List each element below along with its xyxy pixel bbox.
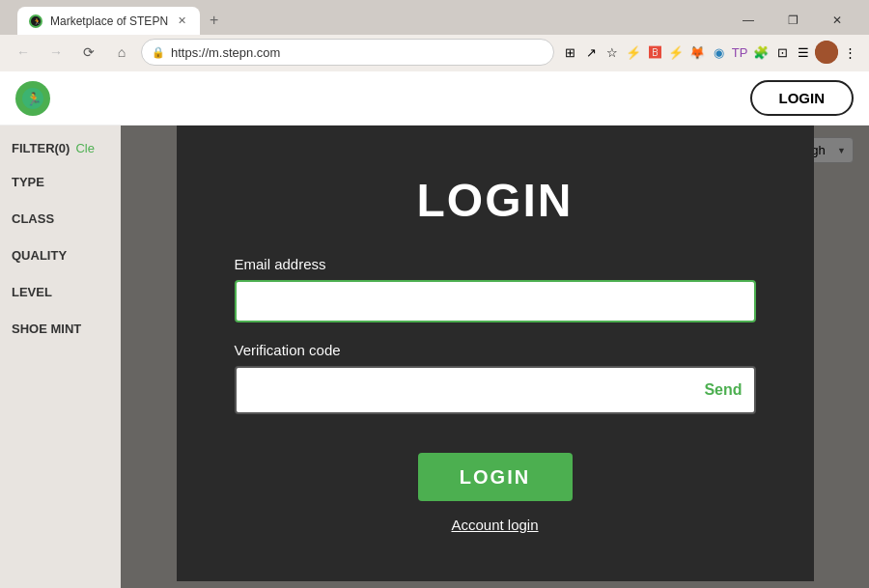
- new-tab-button[interactable]: +: [200, 6, 228, 35]
- svg-point-2: [815, 41, 838, 64]
- tab-close-btn[interactable]: ✕: [176, 13, 188, 29]
- verification-input[interactable]: [235, 366, 756, 414]
- translate-icon[interactable]: ⊞: [560, 42, 579, 62]
- menu-icon[interactable]: ⋮: [840, 42, 859, 62]
- security-lock-icon: 🔒: [152, 46, 165, 59]
- level-label: LEVEL: [12, 285, 52, 299]
- email-input[interactable]: [235, 280, 756, 322]
- sidebar-section-level[interactable]: LEVEL: [12, 283, 109, 300]
- sidebar-section-type[interactable]: TYPE: [12, 173, 109, 190]
- minimize-button[interactable]: —: [726, 6, 771, 35]
- share-icon[interactable]: ↗: [581, 42, 601, 62]
- verification-row: Send: [235, 366, 756, 414]
- email-label: Email address: [235, 256, 756, 272]
- send-code-button[interactable]: Send: [704, 381, 742, 399]
- ext7-icon[interactable]: 🧩: [751, 42, 771, 62]
- bookmark-icon[interactable]: ☆: [603, 42, 622, 62]
- content-area: Low to High High to Low Newest Oldest LO…: [121, 126, 869, 588]
- ext3-icon[interactable]: ⚡: [666, 42, 686, 62]
- sidebar-section-shoe-mint[interactable]: SHOE MINT: [12, 320, 109, 337]
- sidebar-section-quality[interactable]: QUALITY: [12, 246, 109, 264]
- extensions-area: ⊞ ↗ ☆ ⚡ 🅱 ⚡ 🦊 ◉ TP 🧩 ⊡ ☰ ⋮: [560, 41, 859, 64]
- ext4-icon[interactable]: 🦊: [687, 42, 707, 62]
- profile-icon[interactable]: [815, 41, 838, 64]
- modal-title: LOGIN: [417, 174, 574, 227]
- window-controls: — ❐ ✕: [726, 6, 859, 35]
- close-button[interactable]: ✕: [815, 6, 859, 35]
- ext6-icon[interactable]: TP: [730, 42, 749, 62]
- url-display: https://m.stepn.com: [171, 45, 280, 60]
- ext5-icon[interactable]: ◉: [709, 42, 728, 62]
- verification-label: Verification code: [235, 342, 756, 358]
- sidebar: FILTER(0) Cle TYPE CLASS QUALITY LEVEL S…: [0, 126, 121, 588]
- verification-group: Verification code Send: [235, 342, 756, 414]
- address-bar[interactable]: 🔒 https://m.stepn.com: [141, 39, 554, 66]
- quality-label: QUALITY: [12, 248, 67, 263]
- login-submit-button[interactable]: LOGIN: [418, 453, 573, 501]
- sidebar-section-class[interactable]: CLASS: [12, 210, 109, 227]
- app-header: 🏃 LOGIN: [0, 71, 869, 126]
- ext9-icon[interactable]: ☰: [794, 42, 813, 62]
- svg-text:🏃: 🏃: [33, 17, 41, 26]
- main-content: FILTER(0) Cle TYPE CLASS QUALITY LEVEL S…: [0, 126, 869, 588]
- restore-button[interactable]: ❐: [771, 6, 815, 35]
- active-tab[interactable]: 🏃 Marketplace of STEPN ✕: [17, 7, 200, 35]
- svg-text:🏃: 🏃: [26, 91, 42, 107]
- ext1-icon[interactable]: ⚡: [624, 42, 643, 62]
- shoe-mint-label: SHOE MINT: [12, 322, 81, 336]
- ext2-icon[interactable]: 🅱: [645, 42, 664, 62]
- tab-title: Marketplace of STEPN: [50, 14, 168, 28]
- header-login-button[interactable]: LOGIN: [750, 80, 855, 116]
- ext8-icon[interactable]: ⊡: [772, 42, 792, 62]
- forward-button[interactable]: →: [42, 39, 70, 66]
- type-label: TYPE: [12, 175, 44, 189]
- tab-favicon: 🏃: [29, 14, 42, 28]
- home-button[interactable]: ⌂: [108, 39, 135, 66]
- class-label: CLASS: [12, 211, 54, 226]
- app-logo: 🏃: [15, 81, 50, 116]
- filter-label: FILTER(0): [12, 141, 70, 155]
- back-button[interactable]: ←: [10, 39, 37, 66]
- filter-clear-button[interactable]: Cle: [75, 141, 95, 155]
- email-group: Email address: [235, 256, 756, 322]
- account-login-link[interactable]: Account login: [451, 517, 538, 533]
- modal-overlay: LOGIN Email address Verification code Se…: [121, 126, 869, 588]
- login-modal: LOGIN Email address Verification code Se…: [177, 126, 814, 581]
- app-container: 🏃 LOGIN FILTER(0) Cle TYPE CLASS QUALITY…: [0, 71, 869, 588]
- reload-button[interactable]: ⟳: [75, 39, 102, 66]
- browser-chrome: 🏃 Marketplace of STEPN ✕ + — ❐ ✕ ← → ⟳ ⌂…: [0, 0, 869, 71]
